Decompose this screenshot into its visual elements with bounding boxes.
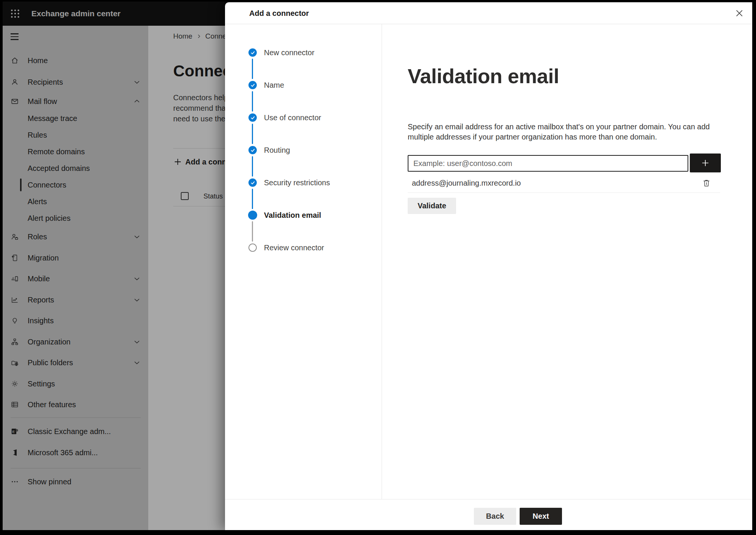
- added-address-text: address@journaling.mxrecord.io: [412, 174, 521, 192]
- validation-email-input[interactable]: [408, 155, 688, 172]
- step-connector-line: [252, 189, 253, 209]
- step-use-of-connector[interactable]: Use of connector: [225, 112, 382, 124]
- dialog-title: Add a connector: [249, 2, 309, 24]
- next-button[interactable]: Next: [520, 508, 562, 525]
- close-icon[interactable]: [734, 8, 745, 19]
- step-complete-check-icon: [248, 178, 257, 187]
- step-label: New connector: [264, 47, 314, 59]
- dialog-header: Add a connector: [225, 2, 752, 24]
- step-security-restrictions[interactable]: Security restrictions: [225, 177, 382, 189]
- step-current-dot: [248, 211, 257, 220]
- step-connector-line: [252, 91, 253, 112]
- step-label: Routing: [264, 144, 290, 156]
- step-routing[interactable]: Routing: [225, 144, 382, 156]
- trash-icon[interactable]: [702, 178, 711, 188]
- step-label: Use of connector: [264, 112, 321, 124]
- step-new-connector[interactable]: New connector: [225, 47, 382, 59]
- step-complete-check-icon: [248, 146, 257, 154]
- step-label: Validation email: [264, 209, 321, 221]
- step-review-connector[interactable]: Review connector: [225, 242, 382, 254]
- plus-icon: [700, 158, 710, 168]
- step-validation-email[interactable]: Validation email: [225, 209, 382, 221]
- validation-email-heading: Validation email: [408, 64, 559, 88]
- add-address-button[interactable]: [690, 154, 721, 172]
- step-connector-line: [252, 156, 253, 177]
- step-upcoming-dot: [248, 243, 257, 252]
- step-label: Review connector: [264, 242, 324, 254]
- step-connector-line: [252, 221, 253, 242]
- step-complete-check-icon: [248, 81, 257, 89]
- dialog-content: Validation email Specify an email addres…: [382, 24, 752, 499]
- back-button[interactable]: Back: [474, 508, 516, 525]
- step-label: Security restrictions: [264, 177, 330, 189]
- step-label: Name: [264, 79, 284, 91]
- dialog-footer: Back Next: [225, 499, 752, 530]
- step-name[interactable]: Name: [225, 79, 382, 91]
- wizard-steps: New connector Name Use of connector: [225, 24, 382, 499]
- validate-button[interactable]: Validate: [408, 198, 456, 214]
- validation-email-description: Specify an email address for an active m…: [408, 122, 722, 142]
- step-complete-check-icon: [248, 113, 257, 122]
- added-address-row: address@journaling.mxrecord.io: [408, 174, 720, 193]
- step-connector-line: [252, 59, 253, 79]
- add-connector-dialog: Add a connector New connector Name: [225, 2, 752, 530]
- step-complete-check-icon: [248, 48, 257, 57]
- screen: Exchange admin center Home Recipients Ma…: [3, 2, 752, 530]
- step-connector-line: [252, 124, 253, 144]
